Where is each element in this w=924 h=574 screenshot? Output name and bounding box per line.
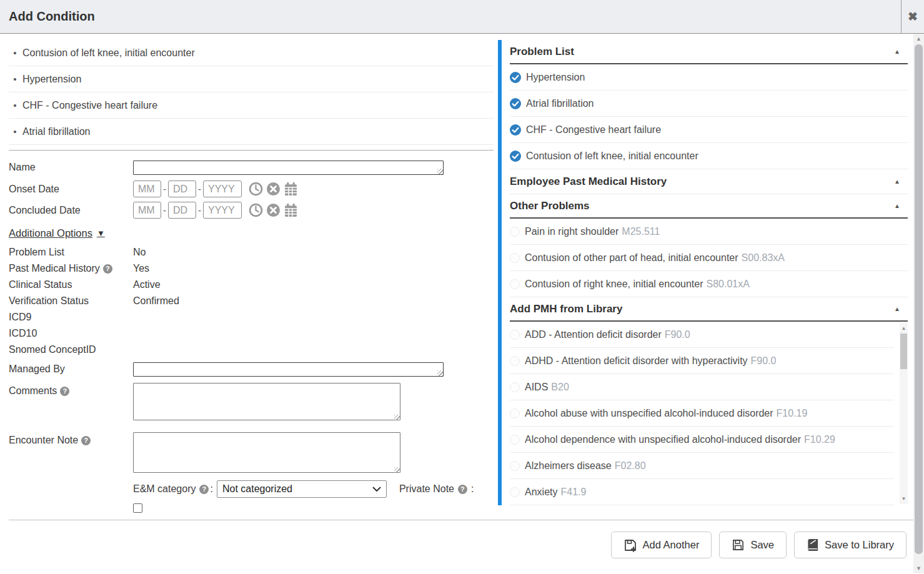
radio-icon[interactable] — [510, 227, 520, 237]
problem-list-item[interactable]: Hypertension — [510, 64, 908, 91]
problem-list-item[interactable]: CHF - Congestive heart failure — [510, 117, 908, 143]
onset-day-field[interactable] — [168, 181, 196, 197]
bullet-icon: • — [9, 74, 21, 84]
name-field[interactable] — [133, 161, 444, 175]
employee-pmh-section-header[interactable]: Employee Past Medical History ▲ — [510, 169, 908, 194]
help-icon[interactable]: ? — [199, 485, 209, 494]
library-item[interactable]: ADD - Attention deficit disorderF90.0 — [510, 322, 894, 348]
scrollbar-thumb[interactable] — [900, 334, 907, 369]
onset-date-label: Onset Date — [9, 184, 133, 195]
help-icon[interactable]: ? — [60, 387, 69, 396]
check-circle-icon — [510, 72, 521, 83]
radio-icon[interactable] — [510, 356, 520, 366]
scroll-up-icon[interactable]: ▲ — [900, 324, 908, 332]
problem-name: Contusion of other part of head, initial… — [525, 252, 738, 263]
collapse-icon[interactable]: ▲ — [894, 178, 900, 185]
private-note-checkbox[interactable] — [133, 503, 142, 513]
save-icon — [732, 538, 745, 552]
problem-library-panel: Problem List ▲ Hypertension Atrial fibri… — [498, 40, 908, 505]
em-category-select[interactable]: Not categorized — [217, 480, 387, 498]
selected-conditions-list: • Contusion of left knee, initial encoun… — [9, 40, 494, 145]
radio-icon[interactable] — [510, 487, 520, 497]
additional-options-link[interactable]: Additional Options ▼ — [9, 227, 105, 239]
problem-list-section-header[interactable]: Problem List ▲ — [510, 40, 908, 64]
radio-icon[interactable] — [510, 330, 520, 340]
close-icon[interactable]: ✖ — [901, 0, 924, 33]
collapse-icon[interactable]: ▲ — [894, 305, 900, 312]
clinical-status-value: Active — [133, 279, 161, 290]
encounter-note-field[interactable] — [133, 432, 400, 473]
bullet-icon: • — [9, 47, 21, 58]
other-problems-section-header[interactable]: Other Problems ▲ — [510, 194, 908, 219]
other-problem-item[interactable]: Contusion of other part of head, initial… — [510, 245, 908, 271]
radio-icon[interactable] — [510, 279, 520, 289]
footer-divider — [9, 520, 918, 520]
clock-icon[interactable] — [249, 203, 263, 217]
problem-list-item[interactable]: Atrial fibrillation — [510, 91, 908, 117]
list-item: • Contusion of left knee, initial encoun… — [9, 40, 494, 66]
list-item: • CHF - Congestive heart failure — [9, 92, 494, 119]
scrollbar-thumb[interactable] — [915, 44, 923, 554]
concluded-date-label: Concluded Date — [9, 205, 133, 216]
comments-label: Comments — [9, 385, 57, 397]
concluded-day-field[interactable] — [168, 202, 196, 219]
concluded-month-field[interactable] — [133, 202, 161, 219]
save-button[interactable]: Save — [719, 532, 787, 558]
add-pmh-library-section-header[interactable]: Add PMH from Library ▲ — [510, 297, 908, 322]
problem-list-value: No — [133, 247, 146, 258]
condition-name: Hypertension — [22, 74, 81, 85]
other-problem-item[interactable]: Contusion of right knee, initial encount… — [510, 271, 908, 297]
radio-icon[interactable] — [510, 461, 520, 471]
library-item[interactable]: Alcohol dependence with unspecified alco… — [510, 427, 894, 453]
icd-code: F41.9 — [560, 487, 586, 497]
help-icon[interactable]: ? — [458, 485, 467, 494]
pmh-library-list: ADD - Attention deficit disorderF90.0 AD… — [510, 322, 908, 505]
save-to-library-button[interactable]: Save to Library — [794, 532, 907, 558]
radio-icon[interactable] — [510, 253, 520, 263]
library-item[interactable]: Alcohol abuse with unspecified alcohol-i… — [510, 400, 894, 427]
icd-code: F90.0 — [751, 355, 777, 366]
library-item[interactable]: AIDSB20 — [510, 374, 894, 400]
bullet-icon: • — [9, 100, 21, 111]
help-icon[interactable]: ? — [81, 436, 91, 445]
library-scrollbar[interactable]: ▲ ▼ — [900, 323, 908, 504]
dropdown-caret-icon: ▼ — [97, 229, 105, 238]
scroll-up-icon[interactable]: ▲ — [913, 34, 924, 44]
library-item[interactable]: Alzheimers diseaseF02.80 — [510, 453, 894, 479]
icd10-label: ICD10 — [9, 328, 133, 339]
em-category-selected-value: Not categorized — [222, 483, 292, 495]
clear-date-icon[interactable] — [266, 182, 281, 196]
library-item[interactable]: ADHD - Attention deficit disorder with h… — [510, 348, 894, 374]
icd-code: S80.01xA — [707, 279, 750, 289]
calendar-icon[interactable] — [284, 182, 298, 196]
calendar-icon[interactable] — [284, 203, 298, 217]
scroll-down-icon[interactable]: ▼ — [900, 495, 908, 503]
radio-icon[interactable] — [510, 408, 520, 418]
managed-by-field[interactable] — [133, 362, 444, 377]
clock-icon[interactable] — [249, 182, 263, 196]
book-icon — [807, 538, 819, 552]
concluded-year-field[interactable] — [203, 202, 242, 219]
collapse-icon[interactable]: ▲ — [894, 48, 900, 55]
scroll-down-icon[interactable]: ▼ — [913, 563, 924, 573]
comments-field[interactable] — [133, 383, 400, 420]
add-another-button[interactable]: Add Another — [611, 532, 712, 558]
verification-status-label: Verification Status — [9, 295, 133, 307]
condition-name: Contusion of left knee, initial encounte… — [22, 47, 195, 59]
icd-code: M25.511 — [622, 226, 660, 237]
help-icon[interactable]: ? — [103, 264, 112, 274]
collapse-icon[interactable]: ▲ — [894, 202, 900, 209]
icd-code: F10.29 — [804, 434, 835, 445]
page-scrollbar[interactable]: ▲ ▼ — [913, 34, 924, 573]
library-item[interactable]: AnxietyF41.9 — [510, 479, 894, 505]
problem-name: Pain in right shoulder — [525, 226, 618, 237]
icd-code: F90.0 — [665, 329, 690, 340]
radio-icon[interactable] — [510, 382, 520, 392]
problem-list-item[interactable]: Contusion of left knee, initial encounte… — [510, 143, 908, 169]
chevron-down-icon — [372, 487, 381, 492]
onset-year-field[interactable] — [203, 181, 242, 197]
clear-date-icon[interactable] — [266, 203, 281, 217]
radio-icon[interactable] — [510, 435, 520, 445]
other-problem-item[interactable]: Pain in right shoulderM25.511 — [510, 219, 908, 245]
onset-month-field[interactable] — [133, 181, 161, 197]
